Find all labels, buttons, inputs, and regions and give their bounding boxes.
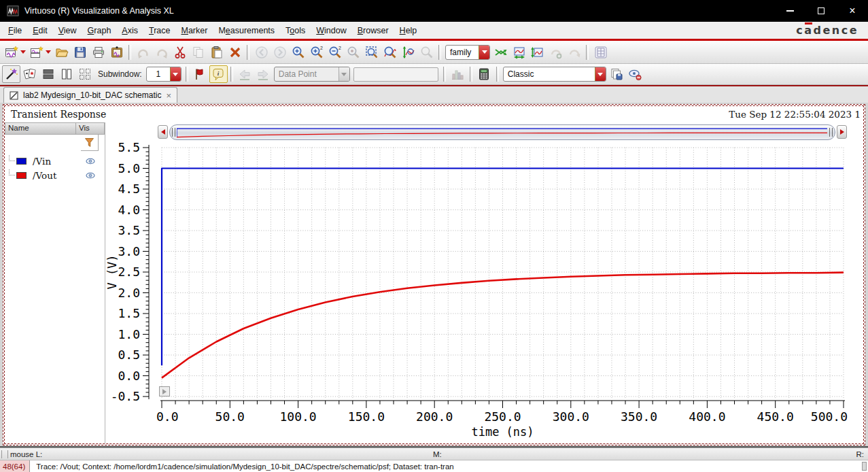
menu-marker[interactable]: Marker — [175, 24, 213, 37]
label-balloon-button[interactable] — [209, 65, 228, 83]
1-combobox[interactable]: 1 — [146, 67, 181, 82]
zoom-in-button[interactable] — [289, 44, 307, 61]
strip-expand-button[interactable] — [159, 386, 170, 397]
zoom-in-x2-icon — [310, 46, 324, 59]
wizard-button[interactable] — [2, 65, 20, 83]
grid-layout-button[interactable] — [75, 65, 94, 83]
legend-row-vin[interactable]: /Vin — [5, 154, 105, 168]
cards-button[interactable] — [20, 65, 39, 83]
svg-text:0.5: 0.5 — [118, 348, 140, 362]
zoom-fit-icon — [365, 46, 379, 59]
flag-button[interactable] — [191, 65, 209, 83]
menu-browser[interactable]: Browser — [352, 24, 394, 37]
svg-text:3.5: 3.5 — [118, 223, 140, 237]
family-combobox[interactable]: family — [445, 45, 490, 60]
svg-text:-0.5: -0.5 — [111, 389, 140, 403]
legend-vis-header[interactable]: Vis — [76, 122, 105, 135]
cut-button[interactable] — [171, 44, 189, 61]
zoom-x-button[interactable] — [381, 44, 399, 61]
tab-close-icon[interactable]: × — [166, 91, 171, 100]
legend-row-vout[interactable]: /Vout — [5, 168, 105, 182]
label-balloon-icon — [211, 67, 225, 81]
zoom-selected-button — [344, 44, 362, 61]
classic-combobox[interactable]: Classic — [503, 67, 606, 82]
new-window-icon — [5, 46, 18, 59]
visibility-toggle[interactable] — [76, 156, 105, 167]
zoom-off-icon — [420, 46, 434, 59]
menu-window[interactable]: Window — [311, 24, 351, 37]
menu-measurements[interactable]: Measurements — [213, 24, 280, 37]
chevron-down-icon[interactable] — [595, 67, 606, 81]
save-state-button[interactable] — [608, 65, 626, 83]
prev-view-icon — [255, 46, 268, 59]
dropdown-arrow-icon[interactable] — [20, 44, 27, 61]
mouse-middle-status: M: — [433, 450, 442, 458]
pan-left-button[interactable] — [158, 125, 168, 139]
zoom-out-x2-button[interactable] — [326, 44, 344, 61]
delete-button[interactable] — [226, 44, 244, 61]
toolbar-separator — [247, 45, 249, 60]
save-button[interactable] — [71, 44, 89, 61]
mouse-right-status: R: — [856, 450, 865, 458]
menu-tools[interactable]: Tools — [280, 24, 311, 37]
prev-view-button — [252, 44, 271, 61]
svg-text:V (V): V (V) — [105, 254, 119, 289]
hide-trace-button[interactable] — [626, 65, 644, 83]
overview-right-handle[interactable] — [829, 128, 833, 137]
resize-grip[interactable] — [862, 462, 867, 471]
new-window-button[interactable] — [2, 44, 20, 61]
app-icon — [7, 5, 19, 17]
menu-trace[interactable]: Trace — [143, 24, 176, 37]
cadence-logo: cadence — [796, 24, 858, 37]
svg-text:150.0: 150.0 — [348, 409, 385, 424]
overview-left-handle[interactable] — [172, 128, 175, 137]
tab-graph[interactable]: lab2 Mydesign_10-bit_DAC schematic × — [3, 87, 177, 103]
copy-button — [189, 44, 207, 61]
chevron-down-icon[interactable] — [479, 46, 489, 59]
open-button[interactable] — [52, 44, 71, 61]
trace-filter-button[interactable] — [81, 135, 99, 151]
menu-file[interactable]: File — [3, 24, 27, 37]
chevron-down-icon[interactable] — [170, 67, 181, 81]
snapshot-button[interactable] — [107, 44, 126, 61]
play-icon — [162, 389, 167, 394]
chevron-down-icon[interactable] — [338, 67, 349, 81]
data-table-button[interactable] — [591, 44, 610, 61]
calculator-button[interactable] — [475, 65, 493, 83]
swap-sweep-button[interactable] — [491, 44, 510, 61]
paste-button[interactable] — [207, 44, 226, 61]
active-subwindow-border: Transient Response Tue Sep 12 22:55:04 2… — [3, 104, 865, 445]
maximize-button[interactable] — [805, 0, 837, 22]
menu-view[interactable]: View — [53, 24, 82, 37]
graph-timestamp: Tue Sep 12 22:55:04 2023 1 — [729, 109, 861, 120]
svg-text:500.0: 500.0 — [811, 409, 848, 424]
tree-branch — [9, 169, 15, 175]
flip-axes-button[interactable] — [528, 44, 546, 61]
transient-response-chart: -0.50.00.51.01.52.02.53.03.54.04.55.05.5… — [105, 139, 863, 442]
zoom-fit-button[interactable] — [362, 44, 381, 61]
zoom-in-x2-button[interactable] — [307, 44, 326, 61]
print-button[interactable] — [89, 44, 107, 61]
close-button[interactable]: × — [837, 0, 868, 22]
dropdown-arrow-icon[interactable] — [46, 44, 52, 61]
menu-help[interactable]: Help — [394, 24, 423, 37]
new-subwindow-button[interactable] — [27, 44, 46, 61]
pan-right-button[interactable] — [837, 125, 847, 139]
swap-sweep-icon — [494, 46, 508, 59]
zoom-y-button[interactable] — [399, 44, 417, 61]
save-state-icon — [610, 67, 623, 81]
undo-button — [134, 44, 152, 61]
paste-icon — [210, 46, 224, 59]
vertical-split-button[interactable] — [57, 65, 75, 83]
visibility-toggle[interactable] — [76, 170, 105, 181]
minimize-button[interactable] — [774, 0, 805, 22]
next-point-button — [254, 65, 273, 83]
menu-axis[interactable]: Axis — [116, 24, 143, 37]
menu-graph[interactable]: Graph — [82, 24, 117, 37]
swap-axes-button[interactable] — [510, 44, 528, 61]
overview-scrollbar[interactable] — [169, 124, 835, 140]
menu-edit[interactable]: Edit — [27, 24, 53, 37]
horizontal-split-button[interactable] — [39, 65, 57, 83]
copy-graph-button — [565, 44, 583, 61]
legend-name-header[interactable]: Name — [5, 122, 76, 135]
